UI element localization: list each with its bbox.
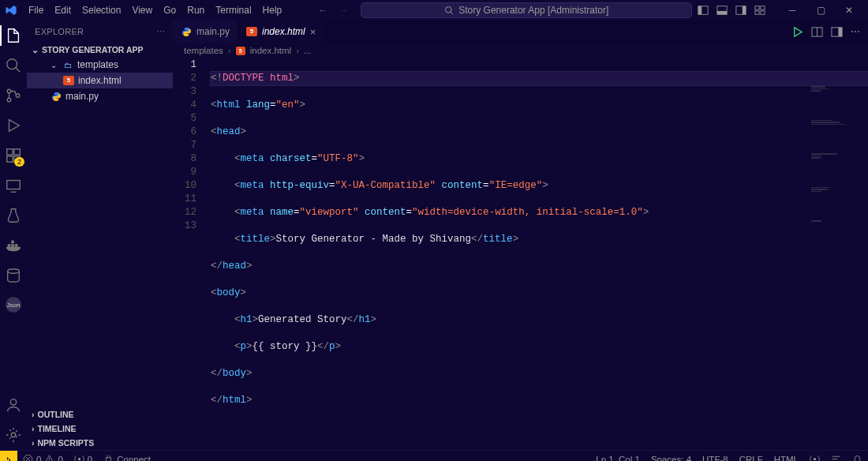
line-number: 3 [173,85,196,99]
warning-count: 0 [58,455,62,462]
svg-rect-21 [7,181,21,189]
timeline-section[interactable]: ›TIMELINE [27,422,173,436]
search-view-icon[interactable] [5,57,22,74]
layout-controls [698,5,765,16]
breadcrumb[interactable]: templates › 5 index.html › ... [173,43,868,58]
folder-label: templates [77,59,118,70]
explorer-title: EXPLORER [35,27,84,36]
menu-terminal[interactable]: Terminal [211,2,256,18]
tab-label: index.html [262,26,305,37]
folder-templates[interactable]: ⌄ 🗀 templates [27,57,173,73]
error-icon [23,454,33,461]
minimap[interactable] [811,58,859,74]
svg-point-12 [7,59,17,69]
menu-edit[interactable]: Edit [50,2,76,18]
ports-indicator[interactable]: 0 [69,451,98,462]
svg-point-0 [446,7,452,13]
npm-scripts-section[interactable]: ›NPM SCRIPTS [27,436,173,450]
tab-index-html[interactable]: 5 index.html × [238,21,324,43]
chevron-down-icon: ⌄ [51,61,58,69]
command-center[interactable]: Story Generator App [Administrator] [361,2,692,18]
indentation[interactable]: Spaces: 4 [645,451,697,462]
svg-rect-26 [15,244,18,247]
svg-line-1 [451,12,453,14]
line-number: 9 [173,166,196,179]
project-section[interactable]: ⌄ STORY GENERATOR APP [27,43,173,57]
editor-tabs: main.py 5 index.html × ⋯ [173,21,868,43]
menu-file[interactable]: File [24,2,48,18]
accounts-icon[interactable] [5,396,22,414]
explorer-view-icon[interactable] [5,27,22,44]
menu-view[interactable]: View [127,2,157,18]
database-view-icon[interactable] [5,267,22,284]
radio-tower-icon [74,454,84,461]
explorer-more-icon[interactable]: ⋯ [156,27,165,37]
manage-gear-icon[interactable] [5,426,22,444]
language-mode[interactable]: HTML [769,451,804,462]
toggle-secondary-sidebar-icon[interactable] [735,5,746,16]
menu-go[interactable]: Go [159,2,181,18]
extensions-view-icon[interactable]: 2 [5,147,22,164]
breadcrumb-more[interactable]: ... [304,46,312,55]
ports-count: 0 [88,455,92,462]
window-title: Story Generator App [Administrator] [458,5,608,16]
run-file-icon[interactable] [791,26,803,38]
run-debug-view-icon[interactable] [5,117,22,134]
code-editor[interactable]: 1 2 3 4 5 6 7 8 9 10 11 12 13 <!DOCTYPE … [173,58,868,450]
eol[interactable]: CRLF [734,451,769,462]
minimize-button[interactable]: ─ [778,0,806,21]
toggle-panel-icon[interactable] [716,5,728,16]
customize-layout-icon[interactable] [754,5,765,16]
encoding[interactable]: UTF-8 [697,451,734,462]
file-main-py[interactable]: main.py [27,88,173,104]
line-number: 13 [173,219,196,233]
go-live-icon[interactable] [804,451,825,462]
testing-view-icon[interactable] [5,207,22,224]
docker-view-icon[interactable] [5,237,22,254]
menu-bar: File Edit Selection View Go Run Terminal… [24,2,286,18]
line-number: 7 [173,139,196,152]
svg-rect-5 [717,11,727,14]
svg-point-34 [24,455,32,461]
problems-indicator[interactable]: 0 0 [17,451,69,462]
close-button[interactable]: ✕ [835,0,863,21]
doctype-token: DOCTYPE [223,73,264,84]
outline-section[interactable]: ›OUTLINE [27,407,173,422]
editor-group: main.py 5 index.html × ⋯ templates › 5 i… [173,21,868,450]
nav-back-icon[interactable]: ← [318,5,327,16]
remote-explorer-view-icon[interactable] [5,177,22,194]
menu-selection[interactable]: Selection [77,2,125,18]
connect-indicator[interactable]: Connect [98,451,156,462]
prettier-icon[interactable] [825,451,847,462]
breadcrumb-folder[interactable]: templates [184,46,223,55]
close-tab-icon[interactable]: × [310,26,316,38]
chevron-right-icon: › [32,424,35,433]
toggle-layout-icon[interactable] [831,26,843,38]
toggle-primary-sidebar-icon[interactable] [698,5,709,16]
breadcrumb-file[interactable]: index.html [250,46,291,55]
title-bar: File Edit Selection View Go Run Terminal… [0,0,868,21]
svg-rect-10 [755,11,759,14]
menu-help[interactable]: Help [258,2,287,18]
maximize-button[interactable]: ▢ [806,0,835,21]
menu-run[interactable]: Run [182,2,209,18]
cursor-position[interactable]: Ln 1, Col 1 [590,451,645,462]
python-file-icon [181,26,192,37]
svg-point-15 [7,98,11,102]
project-name: STORY GENERATOR APP [42,45,144,54]
code-content[interactable]: <!DOCTYPE html> <html lang="en"> <head> … [208,58,868,450]
chevron-right-icon: › [296,46,299,55]
svg-rect-7 [743,6,746,15]
remote-indicator[interactable] [0,451,17,462]
connect-label: Connect [117,455,151,462]
notifications-icon[interactable] [847,451,868,462]
source-control-view-icon[interactable] [5,87,22,104]
json-view-icon[interactable]: Json [6,297,21,313]
editor-more-icon[interactable]: ⋯ [851,26,860,37]
svg-point-39 [814,458,816,460]
file-index-html[interactable]: 5 index.html [27,73,173,88]
nav-forward-icon[interactable]: → [339,5,348,16]
tab-main-py[interactable]: main.py [173,21,238,43]
split-editor-icon[interactable] [811,26,823,38]
svg-point-16 [16,94,20,98]
